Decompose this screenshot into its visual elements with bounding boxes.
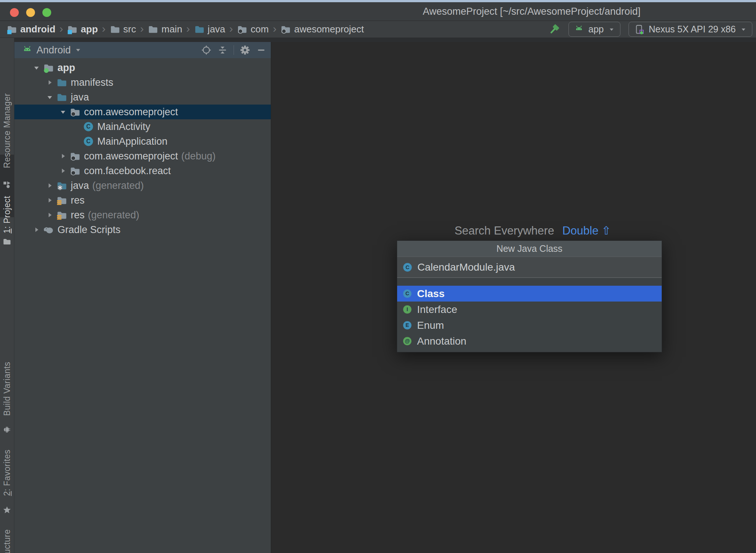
hide-panel-icon[interactable] <box>256 45 266 55</box>
chevron-collapsed-icon[interactable] <box>43 208 56 222</box>
package-folder-icon <box>70 151 81 162</box>
sidebar-item-project[interactable]: 1: Project <box>2 196 12 233</box>
tool-window-stripe: Resource Manager 1: Project Build Varian… <box>0 38 14 553</box>
breadcrumb-label: java <box>208 24 225 35</box>
source-set-folder-icon <box>56 77 67 88</box>
new-java-class-popup: New Java Class C CalendarModule.java CCl… <box>397 240 662 352</box>
kind-option-enum[interactable]: EEnum <box>397 317 662 333</box>
tree-row-manifests[interactable]: manifests <box>14 75 271 90</box>
resource-manager-icon[interactable] <box>3 180 11 189</box>
tree-row-com-awesomeproject[interactable]: com.awesomeproject(debug) <box>14 149 271 163</box>
tree-row-suffix: (debug) <box>181 151 216 162</box>
chevron-down-icon <box>608 26 615 33</box>
annotation-kind-icon: @ <box>402 336 412 346</box>
project-folder-icon[interactable] <box>3 237 11 246</box>
tree-row-label: res <box>71 209 85 221</box>
run-configuration-label: app <box>588 24 604 35</box>
search-everywhere-hint: Search Everywhere Double ⇧ <box>455 224 611 237</box>
breadcrumb-item-app[interactable]: app <box>67 24 98 35</box>
tree-row-com-facebook-react[interactable]: com.facebook.react <box>14 163 271 178</box>
kind-option-interface[interactable]: IInterface <box>397 302 662 317</box>
module-folder-icon <box>7 24 17 35</box>
class-kind-icon: C <box>402 289 412 299</box>
breadcrumb-label: main <box>161 24 182 35</box>
sidebar-item-structure[interactable]: 7: Structure <box>2 529 12 553</box>
tree-row-suffix: (generated) <box>88 209 140 221</box>
tree-row-com-awesomeproject[interactable]: com.awesomeproject <box>14 105 271 119</box>
collapse-all-icon[interactable] <box>217 45 228 55</box>
breadcrumb-item-src[interactable]: src <box>110 24 136 35</box>
svg-text:@: @ <box>405 338 410 344</box>
sidebar-item-build-variants[interactable]: Build Variants <box>2 362 12 416</box>
kind-option-label: Enum <box>417 320 444 331</box>
close-window-button[interactable] <box>10 8 19 17</box>
gradle-icon <box>43 224 54 235</box>
tree-row-label: manifests <box>71 77 113 88</box>
breadcrumb-item-main[interactable]: main <box>148 24 182 35</box>
class-name-input[interactable]: C CalendarModule.java <box>397 257 662 278</box>
locate-file-icon[interactable] <box>201 45 211 55</box>
chevron-collapsed-icon[interactable] <box>43 193 56 208</box>
tree-row-label: app <box>57 62 75 74</box>
breadcrumb-separator: › <box>182 22 194 36</box>
chevron-collapsed-icon[interactable] <box>43 75 56 90</box>
breadcrumb-separator: › <box>55 22 67 36</box>
shift-arrow-icon: ⇧ <box>601 224 611 237</box>
tree-row-mainapplication[interactable]: CMainApplication <box>14 134 271 149</box>
tree-row-mainactivity[interactable]: CMainActivity <box>14 119 271 134</box>
svg-text:C: C <box>86 138 90 144</box>
device-selector-dropdown[interactable]: Nexus 5X API 29 x86 <box>629 22 752 37</box>
kind-option-label: Annotation <box>417 335 466 347</box>
breadcrumb: android›app›src›main›java›com›awesomepro… <box>0 22 364 36</box>
breadcrumb-item-com[interactable]: com <box>237 24 269 35</box>
tree-row-java[interactable]: java <box>14 90 271 105</box>
tree-indent <box>70 119 83 134</box>
kind-option-annotation[interactable]: @Annotation <box>397 333 662 349</box>
breadcrumb-item-java[interactable]: java <box>194 24 225 35</box>
breadcrumb-item-awesomeproject[interactable]: awesomeproject <box>280 24 364 35</box>
build-variants-icon[interactable] <box>3 425 11 434</box>
breadcrumb-separator: › <box>136 22 148 36</box>
package-folder-icon <box>70 106 81 117</box>
tree-row-java[interactable]: java(generated) <box>14 178 271 193</box>
hint-label: Search Everywhere <box>455 224 554 237</box>
zoom-window-button[interactable] <box>42 8 51 17</box>
svg-text:C: C <box>405 290 409 296</box>
svg-text:E: E <box>406 322 409 328</box>
chevron-collapsed-icon[interactable] <box>30 222 43 237</box>
chevron-expanded-icon[interactable] <box>30 60 43 75</box>
sidebar-item-favorites[interactable]: 2: Favorites <box>2 450 12 496</box>
svg-text:C: C <box>406 264 410 270</box>
window-title: AwesomeProject [~/src/AwesomeProject/and… <box>423 6 640 17</box>
build-hammer-icon[interactable] <box>548 23 560 36</box>
chevron-expanded-icon[interactable] <box>56 105 70 119</box>
project-view-selector[interactable]: Android <box>22 45 82 56</box>
app-module-folder-icon <box>43 62 54 73</box>
favorites-star-icon[interactable] <box>3 506 11 514</box>
tree-row-app[interactable]: app <box>14 60 271 75</box>
tree-row-label: com.awesomeproject <box>84 106 178 118</box>
breadcrumb-item-android[interactable]: android <box>7 24 55 35</box>
class-name-value: CalendarModule.java <box>417 261 515 273</box>
gear-icon[interactable] <box>240 45 250 55</box>
enum-kind-icon: E <box>402 320 412 330</box>
kind-option-label: Class <box>417 288 445 300</box>
run-controls: app Nexus 5X API 29 x86 <box>548 22 756 37</box>
tree-row-label: com.awesomeproject <box>84 151 178 162</box>
popup-header: New Java Class <box>397 241 662 257</box>
breadcrumb-label: src <box>123 24 136 35</box>
sidebar-item-resource-manager[interactable]: Resource Manager <box>2 93 12 168</box>
module-folder-icon <box>67 24 78 35</box>
tree-row-res[interactable]: res <box>14 193 271 208</box>
run-configuration-dropdown[interactable]: app <box>568 22 620 37</box>
chevron-expanded-icon[interactable] <box>43 90 56 105</box>
kind-option-class[interactable]: CClass <box>397 286 662 302</box>
tree-row-res[interactable]: res(generated) <box>14 208 271 222</box>
breadcrumb-label: awesomeproject <box>294 24 364 35</box>
chevron-collapsed-icon[interactable] <box>56 163 70 178</box>
title-bar: AwesomeProject [~/src/AwesomeProject/and… <box>0 2 756 21</box>
tree-row-gradle-scripts[interactable]: Gradle Scripts <box>14 222 271 237</box>
minimize-window-button[interactable] <box>26 8 35 17</box>
chevron-collapsed-icon[interactable] <box>56 149 70 163</box>
chevron-collapsed-icon[interactable] <box>43 178 56 193</box>
